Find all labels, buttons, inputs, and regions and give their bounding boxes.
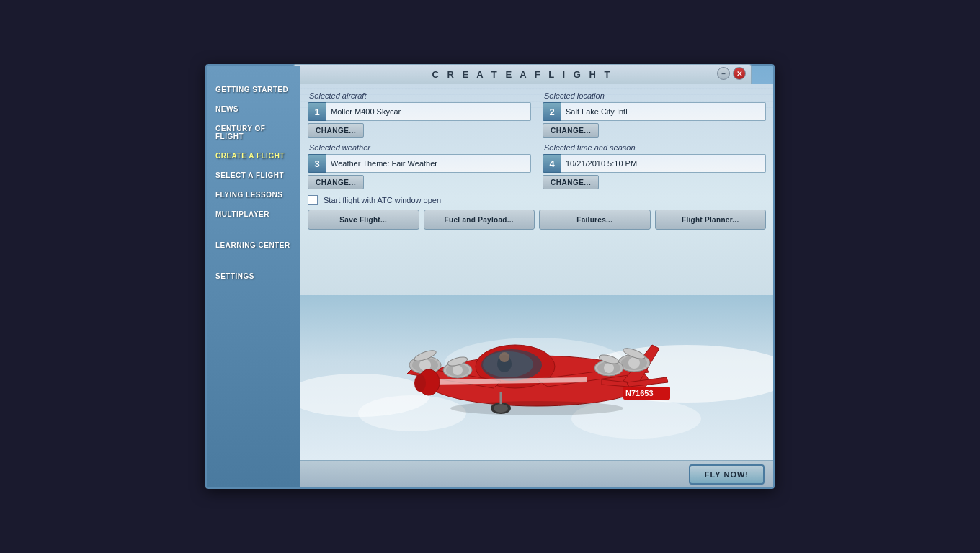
form-row-1: Selected aircraft 1 CHANGE... Selected l… xyxy=(308,91,766,138)
save-flight-button[interactable]: Save Flight... xyxy=(308,210,419,230)
svg-text:N71653: N71653 xyxy=(625,389,654,397)
aircraft-preview: N71653 xyxy=(300,295,773,460)
svg-point-5 xyxy=(499,352,509,362)
aircraft-change-button[interactable]: CHANGE... xyxy=(308,123,364,138)
aircraft-image: N71653 xyxy=(357,302,717,446)
main-content: Selected aircraft 1 CHANGE... Selected l… xyxy=(300,84,773,460)
form-area: Selected aircraft 1 CHANGE... Selected l… xyxy=(308,91,766,234)
aircraft-field-row: 1 xyxy=(308,102,531,121)
svg-point-20 xyxy=(604,363,614,373)
location-label: Selected location xyxy=(543,91,766,100)
svg-point-26 xyxy=(450,401,623,415)
weather-field-row: 3 xyxy=(308,154,531,173)
time-field-row: 4 xyxy=(543,154,766,173)
time-input[interactable] xyxy=(561,154,766,173)
aircraft-input[interactable] xyxy=(326,102,531,121)
sidebar-item-flying-lessons[interactable]: FLYING LESSONS xyxy=(207,185,300,204)
fuel-payload-button[interactable]: Fuel and Payload... xyxy=(424,210,535,230)
svg-point-16 xyxy=(453,365,463,375)
time-label: Selected time and season xyxy=(543,143,766,152)
sidebar-item-century-of-flight[interactable]: CENTURY OF FLIGHT xyxy=(207,119,300,146)
weather-label: Selected weather xyxy=(308,143,531,152)
weather-group: Selected weather 3 CHANGE... xyxy=(308,143,531,189)
bottom-bar: FLY NOW! xyxy=(300,460,773,487)
fly-now-button[interactable]: FLY NOW! xyxy=(689,464,765,485)
time-group: Selected time and season 4 CHANGE... xyxy=(543,143,766,189)
failures-button[interactable]: Failures... xyxy=(539,210,651,230)
location-group: Selected location 2 CHANGE... xyxy=(543,91,766,138)
minimize-button[interactable]: – xyxy=(717,67,730,80)
location-input[interactable] xyxy=(561,102,766,121)
sidebar: GETTING STARTED NEWS CENTURY OF FLIGHT C… xyxy=(207,66,300,487)
sidebar-item-getting-started[interactable]: GETTING STARTED xyxy=(207,80,300,99)
sidebar-item-create-a-flight[interactable]: CREATE A FLIGHT xyxy=(207,146,300,166)
atc-label: Start flight with ATC window open xyxy=(324,196,441,204)
flight-planner-button[interactable]: Flight Planner... xyxy=(655,210,767,230)
weather-number: 3 xyxy=(308,154,326,173)
window-title: C R E A T E A F L I G H T xyxy=(432,69,613,80)
main-window: C R E A T E A F L I G H T – ✕ GETTING ST… xyxy=(205,64,775,489)
title-bar: C R E A T E A F L I G H T xyxy=(293,64,752,84)
time-change-button[interactable]: CHANGE... xyxy=(543,175,599,189)
sidebar-item-settings[interactable]: SETTINGS xyxy=(207,266,300,286)
weather-input[interactable] xyxy=(326,154,531,173)
sidebar-item-news[interactable]: NEWS xyxy=(207,99,300,119)
sidebar-item-learning-center[interactable]: LEARNING CENTER xyxy=(207,235,300,255)
aircraft-label: Selected aircraft xyxy=(308,91,531,100)
atc-checkbox[interactable] xyxy=(308,195,318,205)
location-number: 2 xyxy=(543,102,561,121)
close-button[interactable]: ✕ xyxy=(733,67,746,80)
window-controls: – ✕ xyxy=(717,67,746,80)
svg-point-25 xyxy=(414,374,426,392)
form-row-2: Selected weather 3 CHANGE... Selected ti… xyxy=(308,143,766,189)
aircraft-group: Selected aircraft 1 CHANGE... xyxy=(308,91,531,138)
weather-change-button[interactable]: CHANGE... xyxy=(308,175,364,189)
svg-point-12 xyxy=(628,357,640,369)
sidebar-item-multiplayer[interactable]: MULTIPLAYER xyxy=(207,204,300,224)
svg-point-28 xyxy=(494,404,508,413)
time-number: 4 xyxy=(543,154,561,173)
location-change-button[interactable]: CHANGE... xyxy=(543,123,599,138)
aircraft-number: 1 xyxy=(308,102,326,121)
sidebar-item-select-a-flight[interactable]: SELECT A FLIGHT xyxy=(207,166,300,185)
action-row: Save Flight... Fuel and Payload... Failu… xyxy=(308,210,766,230)
location-field-row: 2 xyxy=(543,102,766,121)
atc-row: Start flight with ATC window open xyxy=(308,195,766,205)
